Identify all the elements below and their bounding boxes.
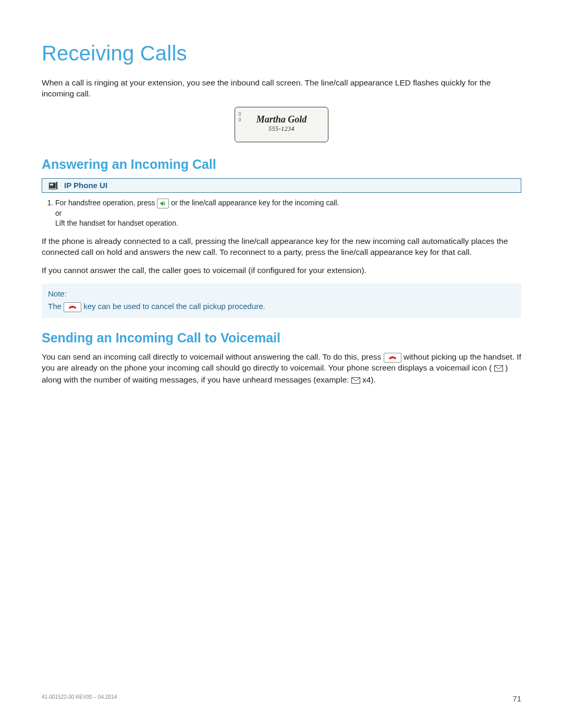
answer-para-2: If you cannot answer the call, the calle… bbox=[42, 265, 521, 276]
lcd-caller-number: 555-1234 bbox=[268, 125, 295, 133]
svg-rect-2 bbox=[56, 182, 57, 189]
note-label: Note: bbox=[48, 288, 515, 300]
lcd-caller-name: Martha Gold bbox=[256, 114, 307, 125]
footer-doc-id: 41-001522-00 REV00 – 04.2014 bbox=[42, 694, 117, 703]
note-box: Note: The key can be used to cancel the … bbox=[42, 283, 521, 318]
vm-text-a: You can send an incoming call directly t… bbox=[42, 352, 381, 361]
step-1-or: or bbox=[55, 209, 62, 217]
note-text-b: key can be used to cancel the call picku… bbox=[83, 302, 265, 311]
step-1: For handsfree operation, press or the li… bbox=[55, 198, 521, 229]
vm-text-d: x4). bbox=[360, 375, 376, 384]
section-heading-voicemail: Sending an Incoming Call to Voicemail bbox=[42, 330, 521, 346]
svg-rect-1 bbox=[50, 183, 53, 186]
answer-para-1: If the phone is already connected to a c… bbox=[42, 236, 521, 258]
banner-label: IP Phone UI bbox=[64, 181, 107, 190]
step-1-text-a: For handsfree operation, press bbox=[55, 199, 155, 207]
svg-point-3 bbox=[50, 187, 51, 187]
hangup-key-icon bbox=[64, 302, 81, 312]
phone-lcd-screen: ▯▯ Martha Gold 555-1234 bbox=[235, 107, 328, 142]
hangup-key-icon-2 bbox=[384, 353, 401, 363]
envelope-icon bbox=[494, 364, 503, 375]
answer-steps: For handsfree operation, press or the li… bbox=[42, 198, 521, 229]
step-1-text-b: or the line/call appearance key for the … bbox=[171, 199, 339, 207]
voicemail-paragraph: You can send an incoming call directly t… bbox=[42, 352, 521, 387]
intro-paragraph: When a call is ringing at your extension… bbox=[42, 78, 521, 100]
page-title: Receiving Calls bbox=[42, 42, 521, 65]
svg-point-5 bbox=[52, 187, 53, 187]
step-1-text-c: Lift the handset for handset operation. bbox=[55, 219, 178, 227]
page: Receiving Calls When a call is ringing a… bbox=[0, 0, 563, 728]
footer-page-number: 71 bbox=[512, 694, 521, 703]
note-text-a: The bbox=[48, 302, 62, 311]
ip-phone-ui-banner: IP Phone UI bbox=[42, 178, 521, 193]
lcd-status-icons: ▯▯ bbox=[238, 110, 241, 122]
page-footer: 41-001522-00 REV00 – 04.2014 71 bbox=[42, 694, 521, 703]
svg-point-4 bbox=[51, 187, 52, 187]
note-body: The key can be used to cancel the call p… bbox=[48, 300, 515, 313]
speaker-key-icon bbox=[157, 199, 169, 208]
lcd-illustration-wrap: ▯▯ Martha Gold 555-1234 bbox=[42, 107, 521, 142]
desk-phone-icon bbox=[47, 180, 59, 191]
section-heading-answering: Answering an Incoming Call bbox=[42, 157, 521, 172]
envelope-icon-2 bbox=[351, 376, 360, 387]
